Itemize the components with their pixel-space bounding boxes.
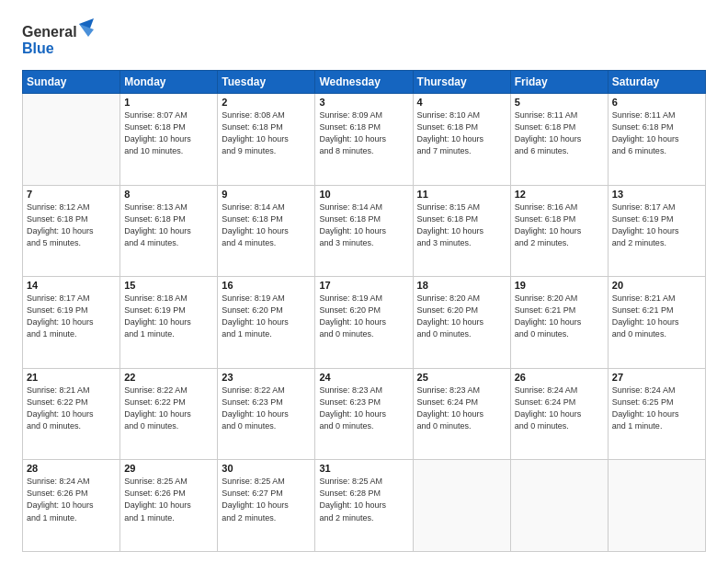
table-row: 17Sunrise: 8:19 AMSunset: 6:20 PMDayligh… (315, 277, 413, 369)
day-info: Sunrise: 8:24 AMSunset: 6:24 PMDaylight:… (515, 385, 604, 432)
day-number: 12 (515, 189, 604, 200)
day-info: Sunrise: 8:17 AMSunset: 6:19 PMDaylight:… (27, 293, 116, 340)
table-row: 22Sunrise: 8:22 AMSunset: 6:22 PMDayligh… (120, 368, 218, 460)
day-number: 17 (319, 280, 408, 291)
day-info: Sunrise: 8:23 AMSunset: 6:23 PMDaylight:… (319, 385, 408, 432)
table-row: 24Sunrise: 8:23 AMSunset: 6:23 PMDayligh… (315, 368, 413, 460)
day-number: 14 (27, 280, 116, 291)
day-number: 16 (222, 280, 311, 291)
day-info: Sunrise: 8:11 AMSunset: 6:18 PMDaylight:… (612, 109, 701, 157)
table-row: 16Sunrise: 8:19 AMSunset: 6:20 PMDayligh… (218, 277, 315, 369)
day-info: Sunrise: 8:20 AMSunset: 6:20 PMDaylight:… (417, 293, 506, 340)
day-number: 21 (27, 372, 116, 383)
table-row: 26Sunrise: 8:24 AMSunset: 6:24 PMDayligh… (510, 368, 608, 460)
day-info: Sunrise: 8:17 AMSunset: 6:19 PMDaylight:… (612, 201, 701, 249)
table-row: 14Sunrise: 8:17 AMSunset: 6:19 PMDayligh… (23, 277, 120, 369)
day-number: 4 (417, 97, 506, 108)
table-row: 18Sunrise: 8:20 AMSunset: 6:20 PMDayligh… (413, 277, 510, 369)
day-number: 19 (515, 280, 604, 291)
day-info: Sunrise: 8:08 AMSunset: 6:18 PMDaylight:… (222, 109, 311, 157)
table-row (510, 460, 608, 552)
day-number: 27 (612, 372, 701, 383)
day-number: 18 (417, 280, 506, 291)
table-row: 23Sunrise: 8:22 AMSunset: 6:23 PMDayligh… (218, 368, 315, 460)
day-info: Sunrise: 8:21 AMSunset: 6:21 PMDaylight:… (612, 293, 701, 340)
svg-text:General: General (22, 24, 77, 40)
day-number: 13 (612, 189, 701, 200)
table-row: 5Sunrise: 8:11 AMSunset: 6:18 PMDaylight… (510, 94, 608, 186)
day-info: Sunrise: 8:18 AMSunset: 6:19 PMDaylight:… (124, 293, 213, 340)
day-info: Sunrise: 8:21 AMSunset: 6:22 PMDaylight:… (27, 385, 116, 432)
day-info: Sunrise: 8:25 AMSunset: 6:26 PMDaylight:… (124, 476, 213, 523)
table-row: 1Sunrise: 8:07 AMSunset: 6:18 PMDaylight… (120, 94, 218, 186)
table-row: 15Sunrise: 8:18 AMSunset: 6:19 PMDayligh… (120, 277, 218, 369)
table-row: 30Sunrise: 8:25 AMSunset: 6:27 PMDayligh… (218, 460, 315, 552)
table-row: 20Sunrise: 8:21 AMSunset: 6:21 PMDayligh… (608, 277, 705, 369)
day-number: 11 (417, 189, 506, 200)
table-row: 10Sunrise: 8:14 AMSunset: 6:18 PMDayligh… (315, 185, 413, 277)
table-row: 19Sunrise: 8:20 AMSunset: 6:21 PMDayligh… (510, 277, 608, 369)
day-info: Sunrise: 8:14 AMSunset: 6:18 PMDaylight:… (222, 201, 311, 249)
day-number: 20 (612, 280, 701, 291)
day-number: 29 (124, 463, 213, 474)
table-row: 29Sunrise: 8:25 AMSunset: 6:26 PMDayligh… (120, 460, 218, 552)
day-info: Sunrise: 8:25 AMSunset: 6:28 PMDaylight:… (319, 476, 408, 523)
day-info: Sunrise: 8:09 AMSunset: 6:18 PMDaylight:… (319, 109, 408, 157)
table-row: 4Sunrise: 8:10 AMSunset: 6:18 PMDaylight… (413, 94, 510, 186)
table-row: 27Sunrise: 8:24 AMSunset: 6:25 PMDayligh… (608, 368, 705, 460)
day-number: 9 (222, 189, 311, 200)
day-number: 26 (515, 372, 604, 383)
col-header-tuesday: Tuesday (218, 71, 315, 94)
day-info: Sunrise: 8:07 AMSunset: 6:18 PMDaylight:… (124, 109, 213, 157)
day-number: 31 (319, 463, 408, 474)
day-info: Sunrise: 8:19 AMSunset: 6:20 PMDaylight:… (222, 293, 311, 340)
header: General Blue (22, 17, 706, 61)
col-header-thursday: Thursday (413, 71, 510, 94)
calendar-table: SundayMondayTuesdayWednesdayThursdayFrid… (22, 70, 706, 552)
day-number: 24 (319, 372, 408, 383)
page: General Blue SundayMondayTuesdayWednesda… (0, 0, 728, 563)
table-row: 12Sunrise: 8:16 AMSunset: 6:18 PMDayligh… (510, 185, 608, 277)
table-row (413, 460, 510, 552)
day-number: 30 (222, 463, 311, 474)
day-info: Sunrise: 8:11 AMSunset: 6:18 PMDaylight:… (515, 109, 604, 157)
day-number: 6 (612, 97, 701, 108)
day-number: 23 (222, 372, 311, 383)
table-row: 31Sunrise: 8:25 AMSunset: 6:28 PMDayligh… (315, 460, 413, 552)
table-row: 13Sunrise: 8:17 AMSunset: 6:19 PMDayligh… (608, 185, 705, 277)
table-row: 6Sunrise: 8:11 AMSunset: 6:18 PMDaylight… (608, 94, 705, 186)
table-row: 7Sunrise: 8:12 AMSunset: 6:18 PMDaylight… (23, 185, 120, 277)
table-row (608, 460, 705, 552)
table-row: 28Sunrise: 8:24 AMSunset: 6:26 PMDayligh… (23, 460, 120, 552)
table-row: 2Sunrise: 8:08 AMSunset: 6:18 PMDaylight… (218, 94, 315, 186)
table-row: 9Sunrise: 8:14 AMSunset: 6:18 PMDaylight… (218, 185, 315, 277)
day-info: Sunrise: 8:15 AMSunset: 6:18 PMDaylight:… (417, 201, 506, 249)
table-row (23, 94, 120, 186)
table-row: 3Sunrise: 8:09 AMSunset: 6:18 PMDaylight… (315, 94, 413, 186)
day-number: 2 (222, 97, 311, 108)
svg-text:Blue: Blue (22, 40, 54, 56)
day-info: Sunrise: 8:12 AMSunset: 6:18 PMDaylight:… (27, 201, 116, 249)
day-info: Sunrise: 8:24 AMSunset: 6:25 PMDaylight:… (612, 385, 701, 432)
day-info: Sunrise: 8:22 AMSunset: 6:23 PMDaylight:… (222, 385, 311, 432)
day-number: 10 (319, 189, 408, 200)
table-row: 25Sunrise: 8:23 AMSunset: 6:24 PMDayligh… (413, 368, 510, 460)
day-number: 8 (124, 189, 213, 200)
day-number: 1 (124, 97, 213, 108)
day-number: 3 (319, 97, 408, 108)
day-number: 25 (417, 372, 506, 383)
day-info: Sunrise: 8:22 AMSunset: 6:22 PMDaylight:… (124, 385, 213, 432)
day-number: 22 (124, 372, 213, 383)
day-info: Sunrise: 8:14 AMSunset: 6:18 PMDaylight:… (319, 201, 408, 249)
day-info: Sunrise: 8:10 AMSunset: 6:18 PMDaylight:… (417, 109, 506, 157)
day-info: Sunrise: 8:16 AMSunset: 6:18 PMDaylight:… (515, 201, 604, 249)
col-header-sunday: Sunday (23, 71, 120, 94)
day-number: 28 (27, 463, 116, 474)
col-header-wednesday: Wednesday (315, 71, 413, 94)
logo: General Blue (22, 17, 105, 61)
day-info: Sunrise: 8:23 AMSunset: 6:24 PMDaylight:… (417, 385, 506, 432)
table-row: 8Sunrise: 8:13 AMSunset: 6:18 PMDaylight… (120, 185, 218, 277)
table-row: 11Sunrise: 8:15 AMSunset: 6:18 PMDayligh… (413, 185, 510, 277)
table-row: 21Sunrise: 8:21 AMSunset: 6:22 PMDayligh… (23, 368, 120, 460)
day-info: Sunrise: 8:19 AMSunset: 6:20 PMDaylight:… (319, 293, 408, 340)
